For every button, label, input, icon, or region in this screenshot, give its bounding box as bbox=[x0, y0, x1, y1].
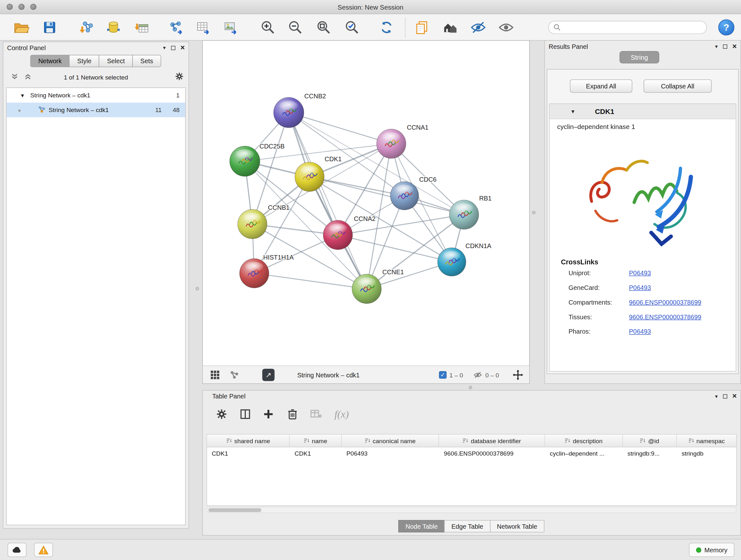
column-header[interactable]: shared name bbox=[207, 435, 290, 447]
gene-section-header[interactable]: ▼ CDK1 bbox=[549, 104, 736, 119]
help-button[interactable]: ? bbox=[718, 19, 734, 36]
crosslink-link[interactable]: P06493 bbox=[629, 328, 651, 335]
scrollbar-thumb[interactable] bbox=[208, 508, 261, 512]
delete-column-button[interactable] bbox=[284, 406, 301, 423]
window-zoom-button[interactable] bbox=[30, 4, 37, 10]
import-network-database-button[interactable] bbox=[104, 18, 123, 37]
memory-button[interactable]: Memory bbox=[689, 543, 734, 557]
cloud-button[interactable] bbox=[8, 543, 26, 557]
close-panel-icon[interactable]: × bbox=[732, 43, 737, 50]
network-canvas[interactable]: CCNB2CCNA1CDC25BCDK1CDC6RB1CCNB1CCNA2CDK… bbox=[203, 41, 529, 365]
maximize-panel-icon[interactable] bbox=[723, 394, 727, 398]
collapse-all-button[interactable]: Collapse All bbox=[644, 79, 712, 92]
tab-sets[interactable]: Sets bbox=[132, 55, 161, 67]
hide-selected-button[interactable] bbox=[469, 18, 488, 37]
birdseye-toggle[interactable]: ↗ bbox=[262, 366, 275, 384]
zoom-selected-button[interactable] bbox=[343, 18, 361, 37]
tab-edge-table[interactable]: Edge Table bbox=[444, 520, 490, 533]
tree-expand-icon[interactable]: ▼ bbox=[20, 92, 25, 98]
expand-all-button[interactable]: Expand All bbox=[570, 79, 632, 92]
right-splitter-handle[interactable] bbox=[532, 211, 535, 214]
export-table-button[interactable] bbox=[194, 18, 212, 37]
column-header[interactable]: namespac bbox=[677, 435, 736, 447]
show-all-button[interactable] bbox=[496, 18, 515, 37]
show-graphics-details-button[interactable] bbox=[441, 18, 460, 37]
save-session-button[interactable] bbox=[40, 18, 59, 37]
open-session-button[interactable] bbox=[12, 18, 30, 37]
maximize-panel-icon[interactable] bbox=[723, 44, 727, 48]
maximize-panel-icon[interactable] bbox=[171, 46, 175, 50]
network-collection-row[interactable]: ▼ String Network – cdk1 1 bbox=[7, 88, 185, 103]
column-header[interactable]: database identifier bbox=[439, 435, 545, 447]
column-header[interactable]: name bbox=[290, 435, 341, 447]
window-minimize-button[interactable] bbox=[18, 4, 24, 10]
network-overview-icon[interactable] bbox=[230, 366, 239, 384]
window-close-button[interactable] bbox=[7, 4, 13, 10]
zoom-fit-button[interactable] bbox=[314, 18, 333, 37]
column-header[interactable]: description bbox=[545, 435, 623, 447]
graph-node-CDK1[interactable]: CDK1 bbox=[295, 155, 342, 192]
zoom-in-button[interactable] bbox=[259, 18, 277, 37]
tab-select[interactable]: Select bbox=[99, 55, 133, 67]
float-panel-icon[interactable]: ▾ bbox=[715, 44, 718, 49]
tab-string[interactable]: String bbox=[619, 51, 659, 64]
warnings-button[interactable] bbox=[34, 543, 53, 557]
copy-button[interactable] bbox=[413, 18, 431, 37]
tab-node-table[interactable]: Node Table bbox=[399, 520, 445, 533]
float-panel-icon[interactable]: ▾ bbox=[715, 394, 718, 399]
graph-node-CDC6[interactable]: CDC6 bbox=[390, 176, 436, 210]
refresh-layout-button[interactable] bbox=[377, 18, 396, 37]
network-collection-label: String Network – cdk1 bbox=[30, 91, 90, 99]
column-header[interactable]: @id bbox=[623, 435, 677, 447]
toolbar-search-field[interactable] bbox=[548, 21, 707, 34]
crosslink-link[interactable]: P06493 bbox=[629, 269, 651, 276]
search-input[interactable] bbox=[564, 22, 706, 33]
tab-style[interactable]: Style bbox=[69, 55, 99, 67]
graph-node-CCNB1[interactable]: CCNB1 bbox=[238, 204, 290, 239]
column-header[interactable]: canonical name bbox=[342, 435, 439, 447]
graph-node-label: CCNA1 bbox=[407, 124, 428, 131]
zoom-in-icon bbox=[260, 20, 275, 35]
create-column-button[interactable] bbox=[260, 406, 277, 423]
selected-nodes-indicator[interactable]: ✓ 1 – 0 bbox=[439, 366, 463, 384]
crosslink-link[interactable]: 9606.ENSP00000378699 bbox=[629, 299, 701, 306]
graph-node-CDKN1A[interactable]: CDKN1A bbox=[437, 242, 491, 276]
left-splitter-handle[interactable] bbox=[196, 287, 199, 290]
section-collapse-icon[interactable]: ▼ bbox=[570, 109, 576, 114]
network-options-gear-icon[interactable] bbox=[175, 72, 184, 82]
graph-node-CCNB2[interactable]: CCNB2 bbox=[273, 92, 326, 128]
network-view-panel: CCNB2CCNA1CDC25BCDK1CDC6RB1CCNB1CCNA2CDK… bbox=[202, 40, 530, 384]
tab-network-table[interactable]: Network Table bbox=[490, 520, 544, 533]
tab-network[interactable]: Network bbox=[30, 55, 70, 67]
expand-all-icon[interactable] bbox=[24, 72, 32, 81]
table-panel: Table Panel ▾ × bbox=[202, 390, 741, 536]
open-folder-icon bbox=[13, 20, 29, 35]
bottom-splitter-handle[interactable] bbox=[469, 386, 472, 389]
export-image-button[interactable] bbox=[221, 18, 240, 37]
import-table-button[interactable] bbox=[132, 18, 151, 37]
graph-node-CCNA1[interactable]: CCNA1 bbox=[377, 124, 428, 159]
close-panel-icon[interactable]: × bbox=[180, 44, 185, 52]
pan-mode-icon[interactable] bbox=[513, 366, 523, 384]
collapse-all-icon[interactable] bbox=[11, 72, 18, 81]
import-network-file-button[interactable] bbox=[77, 18, 96, 37]
table-horizontal-scrollbar[interactable] bbox=[206, 507, 737, 513]
graph-node-label: CCNA2 bbox=[354, 215, 376, 222]
crosslink-link[interactable]: 9606.ENSP00000378699 bbox=[629, 314, 701, 320]
hidden-nodes-indicator[interactable]: 0 – 0 bbox=[473, 366, 499, 384]
show-columns-button[interactable] bbox=[237, 406, 254, 423]
export-network-button[interactable] bbox=[166, 18, 185, 37]
zoom-out-button[interactable] bbox=[286, 18, 305, 37]
table-row[interactable]: CDK1 CDK1 P06493 9606.ENSP00000378699 cy… bbox=[207, 447, 736, 460]
columns-icon bbox=[240, 408, 251, 420]
cloud-icon bbox=[12, 546, 22, 554]
network-row-selected[interactable]: ● String Network – cdk1 11 48 bbox=[7, 103, 185, 117]
close-panel-icon[interactable]: × bbox=[732, 392, 737, 400]
graph-node-HIST1H1A[interactable]: HIST1H1A bbox=[240, 254, 294, 288]
float-panel-icon[interactable]: ▾ bbox=[163, 45, 165, 50]
graph-node-RB1[interactable]: RB1 bbox=[449, 195, 491, 229]
table-options-button[interactable] bbox=[213, 406, 230, 423]
crosslink-link[interactable]: P06493 bbox=[629, 284, 651, 291]
gene-description: cyclin–dependent kinase 1 bbox=[549, 119, 736, 131]
grid-mode-icon[interactable] bbox=[210, 366, 220, 384]
